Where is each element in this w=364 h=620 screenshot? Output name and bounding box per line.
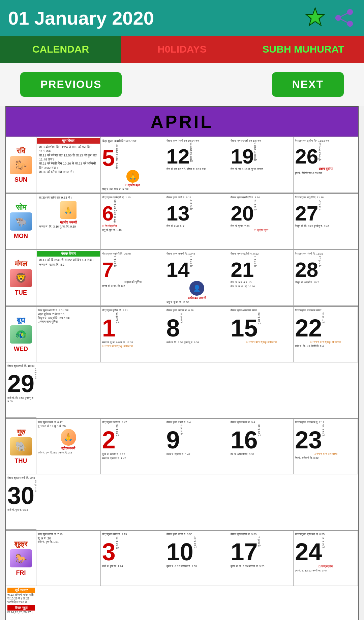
month-title: APRIL xyxy=(11,112,353,132)
row-thursday: गुरु 🐘 THU चैत्र शुक्ल नवमी रा. 8:47 मु.… xyxy=(6,418,358,530)
thu-cell-30: वैशाख शुक्ल सप्तमी दि. 9:48 30 मु 18 बं.… xyxy=(6,474,36,530)
date-13: 13 xyxy=(166,200,190,224)
mul-vichar-title: मूल विचार xyxy=(37,138,100,144)
day-hindi-thu: गुरु xyxy=(17,428,25,437)
mon-cell-20: वैशाख कृष्ण त्रयोदशी रा. 3:16 20 मु. 3 ब… xyxy=(229,194,294,249)
row-tuesday: मंगल 🦁 TUE पंचक विचार ता.17 को दि.2:35 स… xyxy=(6,249,358,306)
tue-cell-col1: पंचक विचार ता.17 को दि.2:35 से ता.22 को … xyxy=(36,250,101,306)
ram-navami-icon: 🙏 xyxy=(38,429,99,446)
fri-animal-icon: 🐎 xyxy=(10,549,32,567)
tab-subh-muhurat[interactable]: SUBH MUHURAT xyxy=(243,36,364,63)
sun-cell-19: वैशाख कृष्ण द्वादशी रात 1:6 तक 19 मुस्लि… xyxy=(229,137,294,193)
date-24: 24 xyxy=(295,536,322,564)
day-label-friday: शुक्र 🐎 FRI xyxy=(6,531,36,586)
day-hindi-fri: शुक्र xyxy=(14,540,28,549)
date-14: 14 xyxy=(166,256,190,280)
thu-animal-icon: 🐘 xyxy=(10,437,32,455)
date-7: 7 xyxy=(102,256,114,280)
date-12: 12 xyxy=(166,143,190,167)
pradvosh-vrat-icon-2: □ प्रदोष व्रत xyxy=(231,229,292,232)
date-9: 9 xyxy=(166,424,180,452)
fri-cell-10: वैशाख कृष्ण दशमी रा. 9:55 10 मु 16 बं. 2… xyxy=(165,531,230,586)
svg-line-5 xyxy=(338,12,350,18)
pradvosh-label: □ प्रदोष व्रत xyxy=(102,183,163,187)
svg-line-6 xyxy=(338,18,350,24)
panchak-title: पंचक विचार xyxy=(37,251,100,257)
sun-cell-5: चैत्र शुक्ल द्वादशी दिन 3:27 तक 5 मीन चं… xyxy=(101,137,165,193)
row-wednesday: बुध 🦚 WED चैत्र शुक्ल अष्टमी रा. 9:51 तक… xyxy=(6,306,358,418)
tue-cell-21: वैशाख कृष्ण चतुर्दशी रा. 5:12 21 मु. 27 … xyxy=(229,250,294,306)
day-hindi-wed: बुध xyxy=(17,316,25,325)
wed-cell-29: वैशाख शुक्ल षष्ठी दि. 10:53 29 मु 17 बं … xyxy=(6,362,36,418)
tab-calendar[interactable]: CALENDAR xyxy=(0,36,121,63)
date-6: 6 xyxy=(102,200,114,224)
share-icon[interactable] xyxy=(332,6,356,30)
date-23: 23 xyxy=(295,424,322,452)
day-eng-fri: FRI xyxy=(16,569,26,577)
sun-cell-12: वैशाख कृष्ण पंचमी रात 10:24 तक 12 मुस्लि… xyxy=(165,137,230,193)
thu-cell-23: वैशाख कृष्ण अमावस्या पू. 7:11 23 मु 29 ब… xyxy=(294,419,358,474)
calendar-container: APRIL रवि 🐎 SUN मूल विचार ता.3 को श्लेषा… xyxy=(5,106,359,620)
date-26: 26 xyxy=(295,143,318,167)
date-8: 8 xyxy=(166,313,180,340)
mul-vichar-content: ता.3 को श्लेषा दिन 1:24 से ता.5 को मघा द… xyxy=(37,144,100,175)
month-header: APRIL xyxy=(6,107,358,137)
thu-cell-col1: चैत्र शुक्ल नवमी रा. 8:47 मु.13 8 बं. 19… xyxy=(36,419,101,474)
nav-tabs: CALENDAR H0LIDAYS SUBH MUHURAT xyxy=(0,36,364,63)
app-header: 01 January 2020 xyxy=(0,0,364,36)
thu-cell-2: चैत्र शुक्ल नवमी रा. 8:47 2 मु 15 बं. 20… xyxy=(101,419,165,474)
day-label-wednesday: बुध 🦚 WED xyxy=(6,307,36,362)
date-28: 28 xyxy=(295,256,318,280)
row-friday: शुक्र 🐎 FRI चैत्र शुक्ल दशमी रा. 7:19 मु… xyxy=(6,530,358,620)
date-16: 16 xyxy=(231,424,257,452)
day-eng-thu: THU xyxy=(15,457,27,465)
wed-cell-col1: चैत्र शुक्ल अष्टमी रा. 9:51 तक भद्रा मुस… xyxy=(36,307,101,362)
fri-cell-17: वैशाख कृष्ण दशमी रा. 9:59 17 मु 23 बं. 4… xyxy=(229,531,294,586)
previous-button[interactable]: PREVIOUS xyxy=(20,72,122,97)
date-10: 10 xyxy=(166,536,193,564)
sun-cell-col1: मूल विचार ता.3 को श्लेषा दिन 1:24 से ता.… xyxy=(36,137,101,193)
row-monday: सोम 🐃 MON ता.30 को श्लेषा रात 9:33 से। 🙏… xyxy=(6,193,358,249)
day-label-tuesday: मंगल 🦁 TUE xyxy=(6,250,36,306)
day-eng-wed: WED xyxy=(14,346,28,353)
mahavir-icon: 🙏 xyxy=(60,201,77,219)
next-button[interactable]: NEXT xyxy=(272,72,344,97)
mon-cell-col1: ता.30 को श्लेषा रात 9:33 से। 🙏 महावीर जय… xyxy=(36,194,101,249)
day-hindi-tue: मंगल xyxy=(15,260,27,268)
day-hindi-mon: सोम xyxy=(16,203,26,212)
sun-cell-26: वैशाख शुक्ल तृतीया दिन 11:13 तक 26 मुस्ल… xyxy=(294,137,358,193)
date-15: 15 xyxy=(231,313,257,340)
tue-cell-7: चैत्र शुक्ल चतुर्दशी दि. 10:48 7 मु. 20 … xyxy=(101,250,165,306)
header-date: 01 January 2020 xyxy=(8,7,154,29)
wed-cell-15: वैशाख कृष्ण अमावस्या सम्पत 15 मु 28 बं. … xyxy=(229,307,294,362)
date-1: 1 xyxy=(102,313,116,340)
day-hindi-sun: रवि xyxy=(17,147,25,155)
day-label-thursday: गुरु 🐘 THU xyxy=(6,419,36,474)
day-eng-tue: TUE xyxy=(15,289,27,296)
mon-cell-13: वैशाख कृष्ण षष्ठी रा. 9:19 13 मु 24 बं. … xyxy=(165,194,230,249)
fri-cell-special: सूर्य नक्षत्र ता.13 अश्विनी व मेष राशि र… xyxy=(6,586,36,620)
day-label-sunday: रवि 🐎 SUN xyxy=(6,137,36,193)
date-22: 22 xyxy=(295,313,322,340)
header-icons xyxy=(303,6,356,30)
date-21: 21 xyxy=(231,256,254,280)
date-29: 29 xyxy=(7,368,34,396)
tab-holidays[interactable]: H0LIDAYS xyxy=(121,36,243,63)
wed-cell-8: वैशाख कृष्ण अष्टमी रा. 8:28 8 मु 19 बं 2… xyxy=(165,307,230,362)
day-label-monday: सोम 🐃 MON xyxy=(6,194,36,249)
date-30: 30 xyxy=(7,480,34,508)
star-icon[interactable] xyxy=(303,6,327,30)
date-5: 5 xyxy=(102,143,115,169)
wed-animal-icon: 🦚 xyxy=(10,325,32,344)
date-19: 19 xyxy=(231,143,254,167)
date-20: 20 xyxy=(231,200,254,224)
wed-cell-1: चैत्र शुक्ल पूर्णिमा दि. 8:21 1 मु 14 बं… xyxy=(101,307,165,362)
tue-animal-icon: 🦁 xyxy=(10,269,32,287)
fri-cell-24: वैशाख शुक्ल प्रतिपदा दि. 8:55 24 मु 30 ब… xyxy=(294,531,358,586)
row-sunday: रवि 🐎 SUN मूल विचार ता.3 को श्लेषा दिन 1… xyxy=(6,137,358,193)
date-3: 3 xyxy=(102,536,116,564)
date-17: 17 xyxy=(231,536,257,564)
date-2: 2 xyxy=(102,424,116,452)
wed-cell-22: वैशाख कृष्ण अमावस्या सम्पत 22 मु 01 बं 1… xyxy=(294,307,358,362)
mon-cell-27: वैशाख शुक्ल चतुर्थी दि. 11:38 27 मु. 3 ब… xyxy=(294,194,358,249)
